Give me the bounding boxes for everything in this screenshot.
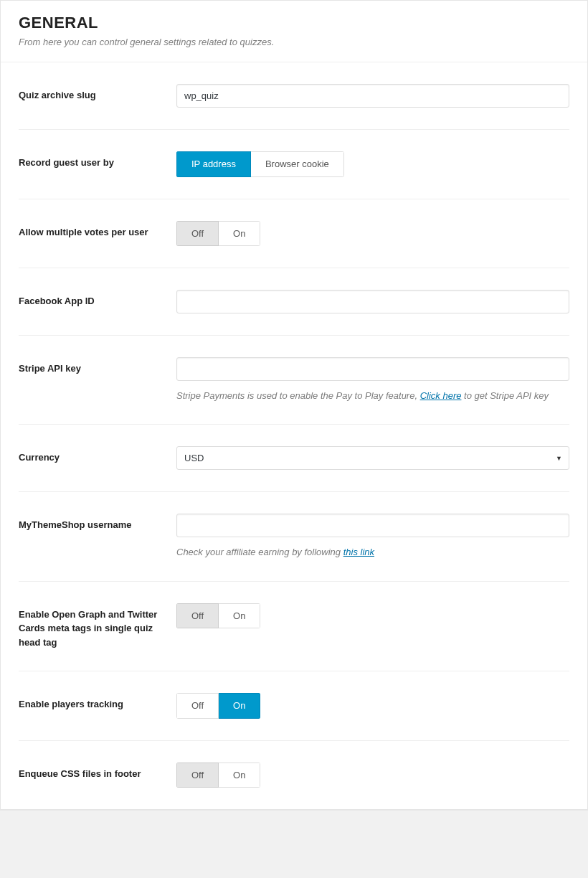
- toggle-record-guest: IP address Browser cookie: [176, 151, 344, 177]
- label-css-footer: Enqueue CSS files in footer: [19, 763, 176, 781]
- field-facebook-app-id: Facebook App ID: [19, 268, 569, 336]
- toggle-players-tracking: Off On: [176, 693, 260, 719]
- toggle-players-tracking-off[interactable]: Off: [176, 693, 219, 719]
- help-mts: Check your affiliate earning by followin…: [176, 546, 569, 559]
- input-facebook-app-id[interactable]: [176, 290, 569, 313]
- help-stripe: Stripe Payments is used to enable the Pa…: [176, 390, 569, 402]
- toggle-ip-address[interactable]: IP address: [176, 151, 251, 177]
- panel-header: GENERAL From here you can control genera…: [1, 1, 587, 62]
- label-mts-username: MyThemeShop username: [19, 514, 176, 532]
- toggle-css-footer: Off On: [176, 763, 260, 788]
- field-quiz-archive-slug: Quiz archive slug: [19, 62, 569, 130]
- input-quiz-archive-slug[interactable]: [176, 84, 569, 108]
- toggle-open-graph: Off On: [176, 603, 260, 629]
- general-settings-panel: GENERAL From here you can control genera…: [0, 0, 588, 810]
- field-stripe-api-key: Stripe API key Stripe Payments is used t…: [19, 336, 569, 425]
- toggle-css-footer-on[interactable]: On: [219, 763, 260, 788]
- toggle-players-tracking-on[interactable]: On: [219, 693, 260, 719]
- label-quiz-archive-slug: Quiz archive slug: [19, 84, 176, 103]
- field-players-tracking: Enable players tracking Off On: [19, 671, 569, 741]
- input-mts-username[interactable]: [176, 514, 569, 537]
- page-title: GENERAL: [19, 14, 569, 32]
- field-open-graph-tags: Enable Open Graph and Twitter Cards meta…: [19, 582, 569, 672]
- toggle-browser-cookie[interactable]: Browser cookie: [251, 151, 344, 177]
- link-stripe-click-here[interactable]: Click here: [420, 390, 462, 401]
- field-multiple-votes: Allow multiple votes per user Off On: [19, 199, 569, 269]
- label-players-tracking: Enable players tracking: [19, 693, 176, 712]
- field-css-footer: Enqueue CSS files in footer Off On: [19, 741, 569, 810]
- label-open-graph-tags: Enable Open Graph and Twitter Cards meta…: [19, 603, 176, 650]
- toggle-multiple-votes-on[interactable]: On: [219, 221, 260, 247]
- panel-body: Quiz archive slug Record guest user by I…: [1, 62, 587, 809]
- toggle-open-graph-on[interactable]: On: [219, 603, 260, 629]
- label-currency: Currency: [19, 446, 176, 465]
- label-facebook-app-id: Facebook App ID: [19, 290, 176, 308]
- link-affiliate-this-link[interactable]: this link: [343, 547, 374, 557]
- input-stripe-api-key[interactable]: [176, 357, 569, 381]
- label-record-guest: Record guest user by: [19, 151, 176, 170]
- toggle-multiple-votes-off[interactable]: Off: [176, 221, 219, 247]
- label-multiple-votes: Allow multiple votes per user: [19, 221, 176, 240]
- toggle-css-footer-off[interactable]: Off: [176, 763, 219, 788]
- toggle-multiple-votes: Off On: [176, 221, 260, 247]
- label-stripe-api-key: Stripe API key: [19, 357, 176, 376]
- page-description: From here you can control general settin…: [19, 37, 569, 47]
- field-record-guest: Record guest user by IP address Browser …: [19, 130, 569, 199]
- toggle-open-graph-off[interactable]: Off: [176, 603, 219, 629]
- select-currency[interactable]: USD: [176, 446, 569, 470]
- field-currency: Currency USD ▼: [19, 425, 569, 492]
- field-mts-username: MyThemeShop username Check your affiliat…: [19, 492, 569, 581]
